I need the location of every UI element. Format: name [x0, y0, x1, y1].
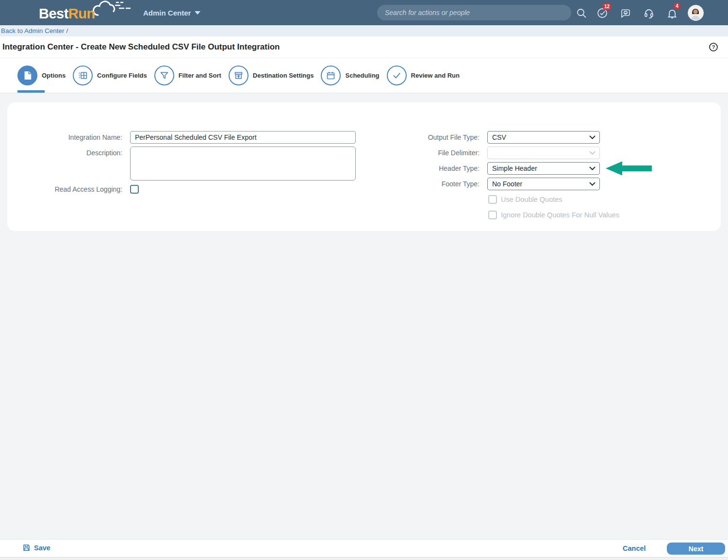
back-to-admin-center-link[interactable]: Back to Admin Center	[1, 27, 65, 34]
use-double-quotes-label: Use Double Quotes	[501, 195, 563, 204]
use-double-quotes-checkbox	[488, 195, 497, 204]
header-type-label: Header Type:	[378, 162, 480, 175]
page-title-bar: Integration Center - Create New Schedule…	[0, 36, 728, 58]
breadcrumb: Back to Admin Center/	[0, 25, 728, 36]
chevron-down-icon	[589, 151, 596, 155]
integration-name-label: Integration Name:	[20, 131, 122, 144]
file-delimiter-select	[487, 147, 600, 159]
header-type-select[interactable]: Simple Header	[487, 162, 600, 175]
footer-action-bar: Save Cancel Next	[0, 539, 728, 557]
search-input[interactable]	[377, 5, 571, 20]
destination-upload-icon	[229, 66, 248, 85]
next-button[interactable]: Next	[667, 543, 725, 555]
checkmark-icon	[387, 66, 407, 85]
read-access-logging-checkbox[interactable]	[130, 185, 139, 194]
chevron-down-icon	[195, 11, 200, 15]
file-delimiter-label: File Delimiter:	[378, 147, 480, 159]
filter-funnel-icon	[154, 66, 174, 85]
search-icon[interactable]	[576, 7, 587, 19]
admin-center-label: Admin Center	[143, 9, 191, 17]
page-content: Integration Name: Description: Read Acce…	[0, 94, 728, 539]
configure-fields-grid-icon	[73, 66, 93, 85]
admin-center-menu[interactable]: Admin Center	[143, 0, 200, 25]
read-access-logging-label: Read Access Logging:	[20, 183, 122, 196]
brand-text-run: Run	[68, 6, 95, 22]
help-icon[interactable]: ?	[709, 43, 718, 51]
step-options[interactable]: Options	[17, 66, 66, 85]
footer-type-select[interactable]: No Footer	[487, 178, 600, 190]
active-step-underline	[17, 90, 45, 93]
header-type-value: Simple Header	[492, 165, 537, 172]
description-label: Description:	[20, 147, 122, 159]
action-search	[377, 5, 571, 20]
step-label: Destination Settings	[253, 72, 314, 79]
bottom-strip	[0, 557, 728, 560]
output-file-type-label: Output File Type:	[378, 131, 480, 144]
step-destination-settings[interactable]: Destination Settings	[229, 66, 314, 85]
bestrun-logo[interactable]: Best Run	[39, 4, 95, 23]
user-avatar[interactable]	[688, 5, 704, 21]
step-filter-and-sort[interactable]: Filter and Sort	[154, 66, 221, 85]
chat-feedback-icon[interactable]	[619, 7, 631, 19]
options-document-icon	[17, 66, 37, 85]
calendar-icon	[321, 66, 341, 85]
step-scheduling[interactable]: Scheduling	[321, 66, 379, 85]
page-title: Integration Center - Create New Schedule…	[2, 42, 280, 52]
step-label: Review and Run	[411, 72, 460, 79]
save-floppy-icon	[22, 544, 31, 552]
todo-badge: 12	[602, 3, 612, 10]
top-navigation-bar: Best Run Admin Center 12	[0, 0, 728, 25]
options-form-card: Integration Name: Description: Read Acce…	[7, 102, 721, 231]
step-label: Filter and Sort	[179, 72, 221, 79]
ignore-double-quotes-label: Ignore Double Quotes For Null Values	[501, 211, 619, 219]
step-configure-fields[interactable]: Configure Fields	[73, 66, 147, 85]
save-label: Save	[34, 544, 50, 552]
step-review-and-run[interactable]: Review and Run	[387, 66, 460, 85]
ignore-double-quotes-checkbox	[488, 211, 497, 219]
integration-name-input[interactable]	[130, 131, 356, 144]
chevron-down-icon	[589, 182, 596, 186]
save-button[interactable]: Save	[22, 544, 50, 552]
annotation-arrow-left	[606, 161, 652, 176]
brand-text-best: Best	[39, 6, 68, 22]
wizard-steps-bar: Options Configure Fields Filter and Sort…	[0, 58, 728, 93]
cloud-logo-icon	[90, 0, 137, 23]
headset-support-icon[interactable]	[643, 7, 655, 19]
notification-badge: 4	[674, 2, 680, 10]
description-textarea[interactable]	[130, 147, 356, 181]
footer-type-label: Footer Type:	[378, 178, 480, 190]
step-label: Scheduling	[345, 72, 379, 79]
chevron-down-icon	[589, 166, 596, 170]
chevron-down-icon	[589, 135, 596, 139]
step-label: Options	[42, 72, 66, 79]
footer-type-value: No Footer	[492, 180, 522, 188]
breadcrumb-separator: /	[66, 27, 68, 34]
step-label: Configure Fields	[97, 72, 147, 79]
output-file-type-select[interactable]: CSV	[487, 131, 600, 144]
cancel-button[interactable]: Cancel	[623, 544, 646, 552]
output-file-type-value: CSV	[492, 133, 506, 141]
